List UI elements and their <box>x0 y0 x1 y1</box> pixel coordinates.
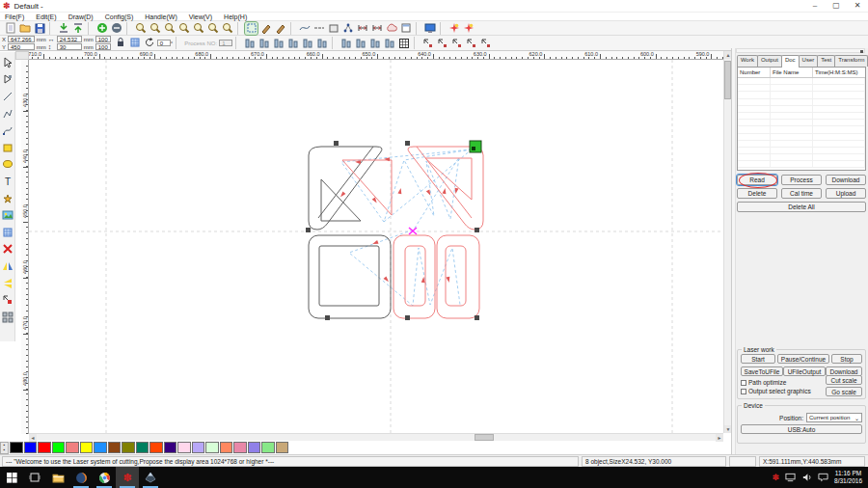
zoom-pan-icon[interactable] <box>134 22 147 35</box>
tab-transform[interactable]: Transform <box>834 55 868 67</box>
table-row[interactable] <box>738 85 865 92</box>
node-edit-icon[interactable] <box>1 73 14 86</box>
color-swatch-16[interactable] <box>233 442 247 453</box>
align-center-v-icon[interactable] <box>315 37 328 49</box>
vertical-scroll-thumb[interactable] <box>724 61 731 99</box>
align-right-icon[interactable] <box>258 37 270 49</box>
zoom-screen-icon[interactable] <box>221 22 233 35</box>
same-width-icon[interactable] <box>339 37 352 49</box>
smooth-curve-icon[interactable] <box>298 22 311 35</box>
network-icon[interactable] <box>785 473 796 482</box>
set-dash-icon[interactable] <box>312 22 325 35</box>
bezier-icon[interactable] <box>1 124 14 137</box>
scroll-right-arrow[interactable]: ► <box>716 434 723 442</box>
distribute-v-icon[interactable] <box>383 37 395 49</box>
import-icon[interactable] <box>57 22 69 35</box>
color-swatch-1[interactable] <box>24 442 38 453</box>
panel-horizontal-scrollbar[interactable] <box>736 48 865 53</box>
canvas-horizontal-scrollbar[interactable]: ◄ ► <box>29 433 723 441</box>
table-row[interactable] <box>738 148 865 154</box>
output-simulate-save-icon[interactable] <box>462 22 475 35</box>
palette-more-button[interactable]: ▪▪ <box>0 442 9 454</box>
path-optimize-checkbox[interactable] <box>741 380 746 386</box>
color-swatch-15[interactable] <box>220 442 233 453</box>
rotate-angle-input[interactable]: 0 <box>157 40 171 46</box>
color-swatch-13[interactable] <box>192 442 205 453</box>
color-swatch-0[interactable] <box>10 442 23 453</box>
node-check-icon[interactable] <box>341 22 354 35</box>
rect-check-icon[interactable] <box>327 22 339 35</box>
open-file-icon[interactable] <box>18 22 31 35</box>
selection-handles[interactable] <box>306 141 479 320</box>
dock-right-top-icon[interactable] <box>436 37 448 49</box>
height-input[interactable]: 30 <box>57 43 82 50</box>
menu-help[interactable]: Help(H) <box>224 14 247 20</box>
color-swatch-4[interactable] <box>66 442 79 453</box>
delete-icon[interactable] <box>1 243 14 256</box>
position-dropdown[interactable]: Current position ⌄ <box>806 413 862 422</box>
menu-file[interactable]: File(F) <box>5 14 24 20</box>
output-select-checkbox[interactable] <box>741 389 746 394</box>
color-swatch-12[interactable] <box>177 442 191 453</box>
color-swatch-7[interactable] <box>108 442 122 453</box>
color-swatch-8[interactable] <box>122 442 135 453</box>
delete-all-button[interactable]: Delete All <box>737 202 866 212</box>
color-swatch-18[interactable] <box>261 442 275 453</box>
dock-left-bottom-icon[interactable] <box>465 37 477 49</box>
canvas-vertical-scrollbar[interactable]: ▲ ▼ <box>723 51 731 433</box>
menu-edit[interactable]: Edit(E) <box>36 14 56 20</box>
dock-left-top-icon[interactable] <box>421 37 434 49</box>
save-to-ufile-button[interactable]: SaveToUFile <box>741 366 783 376</box>
file-explorer-icon[interactable] <box>46 467 69 488</box>
tab-doc[interactable]: Doc <box>781 55 800 68</box>
array-icon[interactable] <box>1 311 14 323</box>
distribute-h-icon[interactable] <box>368 37 381 49</box>
rdworks-taskbar-icon[interactable]: ✽ <box>116 467 139 488</box>
table-row[interactable] <box>738 134 865 141</box>
save-file-icon[interactable] <box>33 22 45 35</box>
color-swatch-14[interactable] <box>205 442 219 453</box>
cal-time-button[interactable]: Cal time <box>781 188 822 199</box>
y-position-input[interactable]: 450 <box>8 43 35 50</box>
chrome-icon[interactable] <box>93 467 116 488</box>
ruler-origin-button[interactable] <box>15 51 29 60</box>
action-center-icon[interactable] <box>818 473 828 482</box>
table-row[interactable] <box>738 120 865 126</box>
download-button[interactable]: Download <box>826 175 866 185</box>
color-swatch-2[interactable] <box>38 442 51 453</box>
same-height-icon[interactable] <box>354 37 366 49</box>
table-row[interactable] <box>738 126 865 133</box>
mirror-horizontal-icon[interactable] <box>1 259 14 272</box>
firefox-icon[interactable] <box>69 467 93 488</box>
grid-capture-icon[interactable] <box>129 37 142 49</box>
new-file-icon[interactable] <box>4 22 16 35</box>
preview-monitor-icon[interactable] <box>423 22 436 35</box>
color-swatch-3[interactable] <box>52 442 66 453</box>
color-swatch-9[interactable] <box>136 442 149 453</box>
text-icon[interactable]: T <box>1 175 14 187</box>
export-icon[interactable] <box>71 22 84 35</box>
tab-user[interactable]: User <box>799 55 819 67</box>
table-row[interactable] <box>738 106 865 113</box>
delete-button[interactable]: Delete <box>737 188 777 199</box>
stop-button[interactable]: Stop <box>831 354 862 364</box>
tab-output[interactable]: Output <box>757 55 782 67</box>
menu-handle[interactable]: Handle(W) <box>145 14 176 20</box>
width-input[interactable]: 24.532 <box>57 36 82 42</box>
ufile-output-button[interactable]: UFileOutput <box>783 366 826 376</box>
table-row[interactable] <box>738 161 865 168</box>
drawing-canvas[interactable] <box>29 60 723 434</box>
datum-icon[interactable] <box>1 294 14 307</box>
color-swatch-17[interactable] <box>248 442 261 453</box>
menu-view[interactable]: View(V) <box>189 14 212 20</box>
polyline-icon[interactable] <box>1 107 14 120</box>
zoom-add-icon[interactable] <box>95 22 108 35</box>
select-icon[interactable] <box>1 56 14 68</box>
edit-pen-icon[interactable] <box>274 22 286 35</box>
star-icon[interactable] <box>1 192 14 204</box>
cut-scale-button[interactable]: Cut scale <box>826 375 862 385</box>
table-row[interactable] <box>738 113 865 120</box>
inkscape-icon[interactable] <box>139 467 162 488</box>
menu-draw[interactable]: Draw(D) <box>68 14 94 20</box>
tray-rdworks-icon[interactable]: ✽ <box>773 473 780 482</box>
